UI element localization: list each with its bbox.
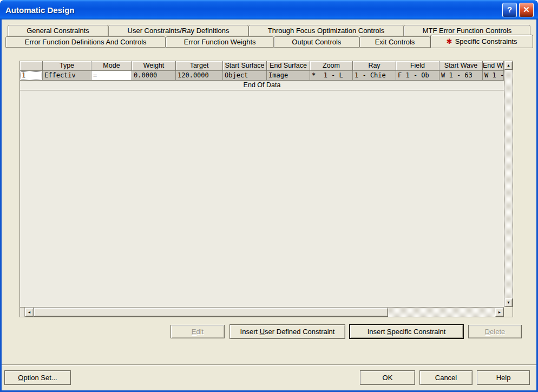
col-header-zoom[interactable]: Zoom (310, 61, 353, 71)
tab-exit-controls[interactable]: Exit Controls (359, 36, 431, 48)
insert-user-label: Insert (240, 328, 260, 336)
col-header-type[interactable]: Type (43, 61, 91, 71)
col-header-mode[interactable]: Mode (91, 61, 132, 71)
help-button[interactable]: Help (477, 370, 530, 385)
tab-general-constraints[interactable]: General Constraints (8, 25, 108, 36)
insert-specific-constraint-button[interactable]: Insert Specific Constraint (349, 324, 464, 339)
tab-output-controls[interactable]: Output Controls (274, 36, 359, 48)
tab-specific-constraints[interactable]: ✱Specific Constraints (430, 35, 533, 48)
col-header-end-surface[interactable]: End Surface (267, 61, 310, 71)
scrollbar-corner (504, 307, 513, 317)
col-header-end-wave[interactable]: End Wave (483, 61, 504, 71)
option-set-button[interactable]: Option Set... (4, 370, 71, 385)
col-header-ray[interactable]: Ray (353, 61, 396, 71)
cell-target[interactable]: 120.0000 (176, 71, 223, 81)
tab-specific-constraints-label: Specific Constraints (455, 37, 517, 45)
horizontal-scrollbar[interactable]: ◄ ► (20, 307, 504, 317)
cell-mode[interactable]: = (91, 71, 132, 81)
col-header-weight[interactable]: Weight (132, 61, 176, 71)
col-header-target[interactable]: Target (176, 61, 223, 71)
insert-specific-label: Insert (368, 328, 387, 336)
tab-through-focus-optimization-controls[interactable]: Through Focus Optimization Controls (248, 25, 404, 36)
delete-button[interactable]: Delete (468, 325, 522, 338)
constraints-grid: Type Mode Weight Target Start Surface En… (19, 61, 513, 317)
constraint-row: 1 Effectiv = 0.0000 120.0000 Object Imag… (20, 71, 504, 81)
scroll-right-icon[interactable]: ► (495, 308, 504, 317)
automatic-design-dialog: Automatic Design ? ✕ General Constraints… (0, 0, 538, 392)
help-icon[interactable]: ? (502, 3, 517, 17)
col-header-start-surface[interactable]: Start Surface (223, 61, 267, 71)
col-header-field[interactable]: Field (396, 61, 439, 71)
cell-weight[interactable]: 0.0000 (132, 71, 176, 81)
tab-row-2: Error Function Definitions And Controls … (5, 36, 533, 50)
cell-start-wave[interactable]: W 1 - 63 (439, 71, 483, 81)
cell-rownum[interactable]: 1 (20, 71, 43, 81)
close-icon[interactable]: ✕ (519, 3, 534, 17)
modified-asterisk-icon: ✱ (447, 37, 452, 45)
cell-start-surface[interactable]: Object (223, 71, 267, 81)
end-of-data-marker: End Of Data (20, 81, 504, 90)
cell-ray[interactable]: 1 - Chie (353, 71, 396, 81)
footer-divider (2, 364, 536, 365)
vertical-scrollbar[interactable]: ▲ ▼ (504, 61, 513, 307)
tab-user-constraints-ray-definitions[interactable]: User Constraints/Ray Definitions (108, 25, 248, 36)
tab-error-function-definitions-and-controls[interactable]: Error Function Definitions And Controls (5, 36, 166, 48)
cell-type[interactable]: Effectiv (43, 71, 91, 81)
scrollbar-gripper (20, 308, 25, 317)
cell-field[interactable]: F 1 - Ob (396, 71, 439, 81)
grid-body: Type Mode Weight Target Start Surface En… (20, 61, 504, 307)
cancel-button[interactable]: Cancel (419, 370, 473, 385)
insert-user-defined-constraint-button[interactable]: Insert User Defined Constraint (229, 324, 345, 339)
col-header-rownum[interactable] (20, 61, 43, 71)
col-header-start-wave[interactable]: Start Wave (439, 61, 483, 71)
titlebar[interactable]: Automatic Design ? ✕ (0, 0, 538, 19)
grid-header-row: Type Mode Weight Target Start Surface En… (20, 61, 504, 71)
horizontal-scroll-thumb[interactable] (34, 308, 388, 317)
window-title: Automatic Design (5, 5, 500, 15)
scroll-up-icon[interactable]: ▲ (504, 61, 513, 70)
cell-end-surface[interactable]: Image (267, 71, 310, 81)
cell-end-wave[interactable]: W 1 - (483, 71, 504, 81)
scroll-down-icon[interactable]: ▼ (504, 298, 513, 307)
tab-error-function-weights[interactable]: Error Function Weights (166, 36, 274, 48)
scroll-left-icon[interactable]: ◄ (25, 308, 34, 317)
ok-button[interactable]: OK (360, 370, 415, 385)
cell-zoom[interactable]: * 1 - L (310, 71, 353, 81)
edit-button[interactable]: Edit (170, 325, 225, 338)
horizontal-scroll-track[interactable] (388, 308, 495, 317)
